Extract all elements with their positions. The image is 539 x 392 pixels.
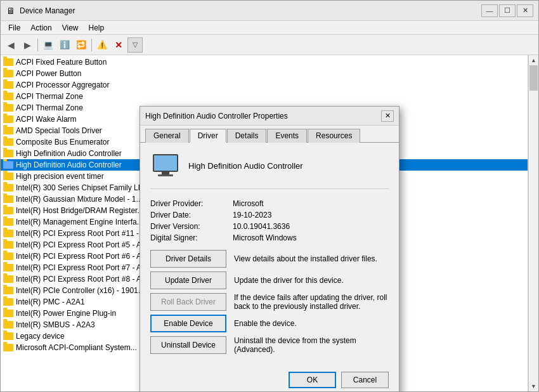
dialog-title: High Definition Audio Controller Propert…: [145, 112, 381, 121]
minimize-button[interactable]: —: [481, 4, 498, 17]
device-icon: [3, 194, 13, 204]
tree-item-label: Intel(R) PCI Express Root Port #5 - A...: [16, 240, 148, 249]
tree-item-label: High precision event timer: [16, 172, 104, 181]
device-icon: [3, 308, 13, 318]
main-window: 🖥 Device Manager — ☐ ✕ File Action View …: [0, 0, 539, 392]
tree-item-label: ACPI Wake Alarm: [16, 115, 77, 124]
device-icon: [3, 114, 13, 124]
device-icon: [3, 285, 13, 296]
svg-rect-3: [158, 174, 173, 176]
menu-help[interactable]: Help: [84, 22, 110, 34]
tree-item[interactable]: ACPI Fixed Feature Button: [1, 56, 528, 68]
enable-device-desc: Enable the device.: [234, 319, 389, 328]
driver-version-row: Driver Version: 10.0.19041.3636: [150, 222, 389, 231]
tab-general[interactable]: General: [145, 129, 189, 143]
tree-item-label: Intel(R) PMC - A2A1: [16, 297, 85, 306]
rollback-driver-row: Roll Back Driver If the device fails aft…: [150, 293, 389, 311]
device-icon: [3, 69, 13, 79]
menu-action[interactable]: Action: [25, 22, 56, 34]
enable-device-button[interactable]: Enable Device: [150, 315, 226, 332]
svg-rect-1: [154, 155, 177, 171]
uninstall-device-button[interactable]: Uninstall Device: [150, 336, 226, 354]
refresh-button[interactable]: 🔁: [74, 37, 89, 53]
driver-details-button[interactable]: Driver Details: [150, 250, 226, 268]
device-icon: [3, 57, 13, 67]
dialog-content: High Definition Audio Controller Driver …: [140, 143, 399, 367]
device-icon: [3, 171, 13, 181]
version-value: 10.0.19041.3636: [233, 222, 290, 231]
warning-button[interactable]: ⚠️: [94, 37, 110, 53]
title-bar: 🖥 Device Manager — ☐ ✕: [1, 1, 538, 21]
tab-driver[interactable]: Driver: [190, 129, 226, 143]
computer-button[interactable]: 💻: [41, 37, 56, 53]
toolbar-separator-2: [91, 39, 92, 51]
tree-item-label: ACPI Thermal Zone: [16, 103, 83, 112]
dropdown-button[interactable]: ▽: [127, 37, 143, 53]
dialog-close-button[interactable]: ✕: [381, 110, 394, 122]
device-icon: [3, 160, 13, 170]
properties-dialog: High Definition Audio Controller Propert…: [140, 106, 399, 391]
device-icon: [3, 148, 13, 159]
tree-item[interactable]: ACPI Thermal Zone: [1, 91, 528, 102]
dialog-footer: OK Cancel: [140, 367, 399, 391]
signer-value: Microsoft Windows: [233, 233, 297, 242]
tab-details[interactable]: Details: [227, 129, 267, 143]
tree-item[interactable]: ACPI Processor Aggregator: [1, 79, 528, 91]
device-icon: [3, 103, 13, 113]
tab-events[interactable]: Events: [267, 129, 307, 143]
menu-file[interactable]: File: [3, 22, 25, 34]
device-icon: [3, 251, 13, 261]
tree-item-label: Intel(R) 300 Series Chipset Family LP...: [16, 183, 148, 192]
tab-resources[interactable]: Resources: [308, 129, 360, 143]
window-title: Device Manager: [20, 6, 481, 15]
tree-item-label: Legacy device: [16, 332, 65, 341]
tree-item-label: ACPI Thermal Zone: [16, 92, 83, 101]
device-icon: [3, 217, 13, 227]
ok-button[interactable]: OK: [289, 372, 336, 388]
rollback-driver-button[interactable]: Roll Back Driver: [150, 293, 226, 311]
back-button[interactable]: ◀: [3, 37, 18, 53]
device-icon: [3, 228, 13, 238]
window-controls: — ☐ ✕: [481, 4, 533, 17]
close-button[interactable]: ✕: [517, 4, 533, 17]
tree-item-label: High Definition Audio Controller: [16, 149, 122, 158]
scroll-up-arrow[interactable]: ▲: [529, 55, 539, 65]
driver-info: Driver Provider: Microsoft Driver Date: …: [150, 199, 389, 242]
scrollbar-right[interactable]: ▲ ▼: [528, 55, 538, 391]
tree-item-label: Intel(R) PCI Express Root Port #11 - A..…: [16, 229, 152, 238]
device-icon: [3, 263, 13, 273]
driver-details-desc: View details about the installed driver …: [234, 254, 389, 263]
tree-item-label: Intel(R) Host Bridge/DRAM Register...: [16, 206, 143, 215]
provider-value: Microsoft: [233, 199, 264, 208]
tree-item-label: Intel(R) PCIe Controller (x16) - 1901...: [16, 286, 145, 295]
tree-item-label: ACPI Fixed Feature Button: [16, 58, 107, 67]
toolbar: ◀ ▶ 💻 ℹ️ 🔁 ⚠️ ✕ ▽: [1, 35, 538, 55]
device-icon: [3, 137, 13, 147]
dialog-title-bar: High Definition Audio Controller Propert…: [140, 107, 399, 126]
cancel-button[interactable]: Cancel: [341, 372, 389, 388]
tree-item[interactable]: ACPI Power Button: [1, 68, 528, 79]
device-large-icon: [150, 150, 181, 181]
tree-item-label: AMD Special Tools Driver: [16, 126, 102, 135]
remove-button[interactable]: ✕: [111, 37, 126, 53]
dialog-tabs: General Driver Details Events Resources: [140, 126, 399, 143]
enable-device-row: Enable Device Enable the device.: [150, 315, 389, 332]
content-area: ACPI Fixed Feature Button ACPI Power But…: [1, 55, 538, 391]
tree-item-label: High Definition Audio Controller: [16, 160, 122, 169]
scroll-down-arrow[interactable]: ▼: [529, 381, 539, 391]
maximize-button[interactable]: ☐: [499, 4, 516, 17]
rollback-driver-desc: If the device fails after updating the d…: [234, 293, 389, 311]
menu-view[interactable]: View: [57, 22, 84, 34]
scroll-track[interactable]: [529, 65, 538, 381]
driver-date-row: Driver Date: 19-10-2023: [150, 211, 389, 219]
tree-item-label: ACPI Power Button: [16, 69, 81, 78]
scroll-thumb[interactable]: [529, 65, 538, 91]
device-icon: [3, 297, 13, 307]
driver-details-row: Driver Details View details about the in…: [150, 250, 389, 268]
forward-button[interactable]: ▶: [20, 37, 35, 53]
tree-item-label: ACPI Processor Aggregator: [16, 81, 109, 89]
info-button[interactable]: ℹ️: [57, 37, 72, 53]
update-driver-button[interactable]: Update Driver: [150, 271, 226, 289]
tree-item-label: Intel(R) Gaussian Mixture Model - 1...: [16, 195, 142, 204]
uninstall-device-row: Uninstall Device Uninstall the device fr…: [150, 336, 389, 354]
